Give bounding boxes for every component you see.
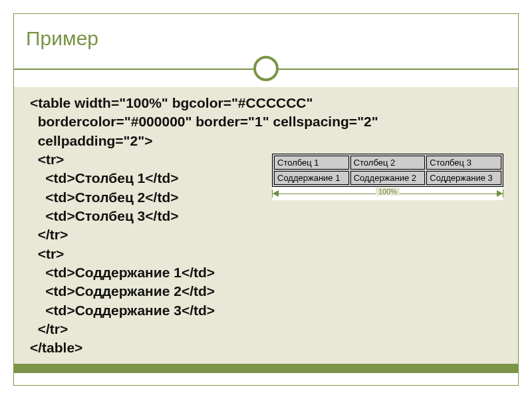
code-line: <td>Соддержание 1</td> <box>30 265 215 280</box>
ring-icon <box>253 56 279 81</box>
example-table: Столбец 1 Столбец 2 Столбец 3 Соддержани… <box>272 154 503 187</box>
table-cell: Соддержание 1 <box>274 171 349 185</box>
code-block: <table width="100%" bgcolor="#CCCCCC" bo… <box>30 94 505 358</box>
code-line: </tr> <box>30 227 68 242</box>
table-cell: Столбец 3 <box>426 156 501 170</box>
code-line: cellpadding="2"> <box>30 133 152 148</box>
code-line: <tr> <box>30 152 64 167</box>
content-area: <table width="100%" bgcolor="#CCCCCC" bo… <box>14 87 518 373</box>
table-cell: Столбец 2 <box>350 156 426 170</box>
slide-title: Пример <box>26 27 98 50</box>
arrow-left-icon <box>273 190 279 197</box>
arrow-right-icon <box>497 190 503 197</box>
code-line: <tr> <box>30 246 64 261</box>
code-line: bordercolor="#000000" border="1" cellspa… <box>30 114 378 129</box>
slide-frame: Пример <table width="100%" bgcolor="#CCC… <box>13 13 519 386</box>
bottom-accent-bar <box>14 364 518 373</box>
table-row: Соддержание 1 Соддержание 2 Соддержание … <box>274 171 501 185</box>
code-line: </table> <box>30 340 82 355</box>
table-cell: Соддержание 3 <box>426 171 501 185</box>
table-cell: Соддержание 2 <box>350 171 426 185</box>
table-cell: Столбец 1 <box>274 156 349 170</box>
code-line: <td>Соддержание 3</td> <box>30 303 215 318</box>
table-row: Столбец 1 Столбец 2 Столбец 3 <box>274 156 501 170</box>
code-line: <table width="100%" bgcolor="#CCCCCC" <box>30 95 313 110</box>
code-line: <td>Столбец 2</td> <box>30 190 178 205</box>
rendered-example: Столбец 1 Столбец 2 Столбец 3 Соддержани… <box>272 154 503 200</box>
code-line: <td>Столбец 1</td> <box>30 170 178 186</box>
code-line: </tr> <box>30 321 68 336</box>
code-line: <td>Столбец 3</td> <box>30 208 178 223</box>
dimension-label: 100% <box>376 188 400 196</box>
code-line: <td>Соддержание 2</td> <box>30 283 215 299</box>
dimension-row: 100% <box>272 188 503 200</box>
